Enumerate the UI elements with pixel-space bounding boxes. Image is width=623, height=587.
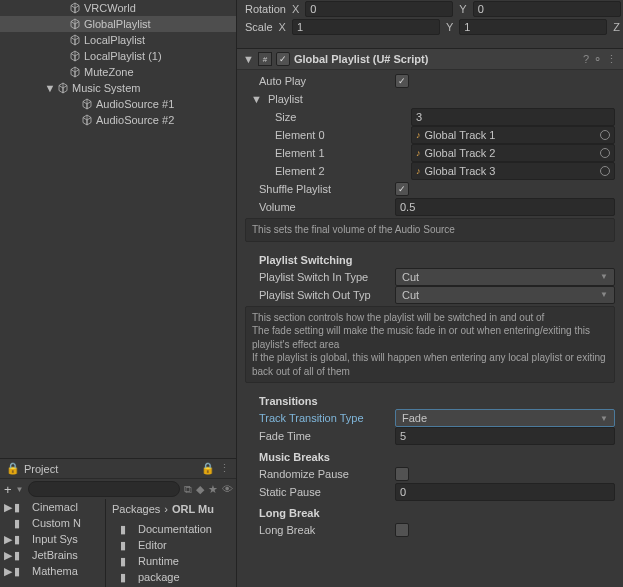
tree-item-label: Custom N (32, 517, 81, 529)
autoplay-checkbox[interactable] (395, 74, 409, 88)
section-title: Playlist Switching (237, 248, 623, 268)
element-value: Global Track 1 (425, 129, 496, 141)
hierarchy-item[interactable]: GlobalPlaylist (0, 16, 236, 32)
breadcrumb-item[interactable]: Packages (112, 503, 160, 515)
rotation-label: Rotation (245, 3, 286, 15)
hierarchy-item-label: VRCWorld (84, 2, 136, 14)
folder-item[interactable]: ▮package (106, 569, 236, 585)
switch-in-dropdown[interactable]: Cut▼ (395, 268, 615, 286)
folder-item[interactable]: ▮Documentation (106, 521, 236, 537)
object-picker-icon[interactable] (600, 130, 610, 140)
switching-help: This section controls how the playlist w… (245, 306, 615, 384)
long-break-checkbox[interactable] (395, 523, 409, 537)
component-enabled-checkbox[interactable] (276, 52, 290, 66)
project-tree-item[interactable]: ▶▮Cinemacl (0, 499, 105, 515)
folder-icon: ▮ (120, 555, 134, 568)
folder-icon: ▮ (14, 565, 28, 578)
preset-icon[interactable]: ⚬ (593, 53, 602, 66)
foldout-icon[interactable]: ▶ (2, 533, 14, 546)
static-pause-field[interactable] (395, 483, 615, 501)
randomize-pause-label: Randomize Pause (259, 468, 389, 480)
folder-item[interactable]: ▮Editor (106, 537, 236, 553)
hierarchy-item[interactable]: LocalPlaylist (0, 32, 236, 48)
favorite-icon[interactable]: ★ (208, 481, 218, 497)
menu-icon[interactable]: ⋮ (219, 462, 230, 475)
foldout-icon[interactable]: ▶ (2, 549, 14, 562)
label-icon[interactable]: ◆ (196, 481, 204, 497)
foldout-icon[interactable]: ▼ (251, 93, 262, 105)
scale-y-field[interactable] (459, 19, 607, 35)
folder-icon: ▮ (120, 571, 134, 584)
transition-type-dropdown[interactable]: Fade▼ (395, 409, 615, 427)
audioclip-icon: ♪ (416, 148, 421, 158)
hierarchy-item[interactable]: MuteZone (0, 64, 236, 80)
lock-icon-2[interactable]: 🔒 (201, 462, 215, 475)
shuffle-label: Shuffle Playlist (259, 183, 389, 195)
long-break-label: Long Break (259, 524, 389, 536)
foldout-icon[interactable]: ▶ (2, 565, 14, 578)
hidden-icon[interactable]: 👁 (222, 481, 233, 497)
axis-x-label: X (292, 3, 299, 15)
project-tree-item[interactable]: ▶▮Input Sys (0, 531, 105, 547)
hierarchy-item[interactable]: LocalPlaylist (1) (0, 48, 236, 64)
project-tree-item[interactable]: ▮Custom N (0, 515, 105, 531)
axis-z-label: Z (613, 21, 620, 33)
switch-out-dropdown[interactable]: Cut▼ (395, 286, 615, 304)
help-icon[interactable]: ? (583, 53, 589, 65)
element-field[interactable]: ♪Global Track 1 (411, 126, 615, 144)
foldout-icon[interactable]: ▼ (44, 82, 56, 94)
foldout-icon[interactable]: ▼ (243, 53, 254, 65)
project-search-input[interactable] (28, 481, 180, 497)
switch-out-label: Playlist Switch Out Typ (259, 289, 389, 301)
rotation-y-field[interactable] (473, 1, 621, 17)
hierarchy-item[interactable]: AudioSource #2 (0, 112, 236, 128)
add-dropdown-icon[interactable]: ▼ (16, 485, 24, 494)
tree-item-label: Cinemacl (32, 501, 78, 513)
folder-icon: ▮ (14, 517, 28, 530)
volume-field[interactable] (395, 198, 615, 216)
hierarchy-item-label: MuteZone (84, 66, 134, 78)
lock-icon[interactable]: 🔒 (6, 462, 20, 475)
hierarchy-item[interactable]: VRCWorld (0, 0, 236, 16)
rotation-x-field[interactable] (305, 1, 453, 17)
add-button[interactable]: + (4, 482, 12, 497)
breadcrumb[interactable]: Packages › ORL Mu (106, 499, 236, 519)
scale-x-field[interactable] (292, 19, 440, 35)
shuffle-checkbox[interactable] (395, 182, 409, 196)
element-label: Element 1 (275, 147, 405, 159)
chevron-down-icon: ▼ (600, 272, 608, 281)
folder-item[interactable]: ▮Runtime (106, 553, 236, 569)
project-tree-item[interactable]: ▶▮Mathema (0, 563, 105, 579)
size-field[interactable] (411, 108, 615, 126)
breadcrumb-item[interactable]: ORL Mu (172, 503, 214, 515)
section-title: Transitions (237, 389, 623, 409)
object-picker-icon[interactable] (600, 166, 610, 176)
chevron-down-icon: ▼ (600, 414, 608, 423)
static-pause-label: Static Pause (259, 486, 389, 498)
element-value: Global Track 2 (425, 147, 496, 159)
randomize-pause-checkbox[interactable] (395, 467, 409, 481)
menu-icon[interactable]: ⋮ (606, 53, 617, 66)
project-tree-item[interactable]: ▶▮JetBrains (0, 547, 105, 563)
element-value: Global Track 3 (425, 165, 496, 177)
project-tab[interactable]: Project (24, 463, 58, 475)
gameobject-icon (68, 33, 82, 47)
object-picker-icon[interactable] (600, 148, 610, 158)
tree-item-label: Input Sys (32, 533, 78, 545)
fade-time-field[interactable] (395, 427, 615, 445)
audioclip-icon: ♪ (416, 166, 421, 176)
element-field[interactable]: ♪Global Track 2 (411, 144, 615, 162)
folder-label: Editor (138, 539, 167, 551)
hierarchy-item[interactable]: ▼Music System (0, 80, 236, 96)
chevron-right-icon: › (164, 503, 168, 515)
component-header[interactable]: ▼ # Global Playlist (U# Script) ? ⚬ ⋮ (237, 48, 623, 70)
element-field[interactable]: ♪Global Track 3 (411, 162, 615, 180)
foldout-icon[interactable]: ▶ (2, 501, 14, 514)
tree-item-label: JetBrains (32, 549, 78, 561)
hierarchy-item[interactable]: AudioSource #1 (0, 96, 236, 112)
filter-icon[interactable]: ⧉ (184, 481, 192, 497)
switch-in-label: Playlist Switch In Type (259, 271, 389, 283)
tree-item-label: Mathema (32, 565, 78, 577)
fade-time-label: Fade Time (259, 430, 389, 442)
project-tree: ▶▮Cinemacl▮Custom N▶▮Input Sys▶▮JetBrain… (0, 499, 106, 587)
